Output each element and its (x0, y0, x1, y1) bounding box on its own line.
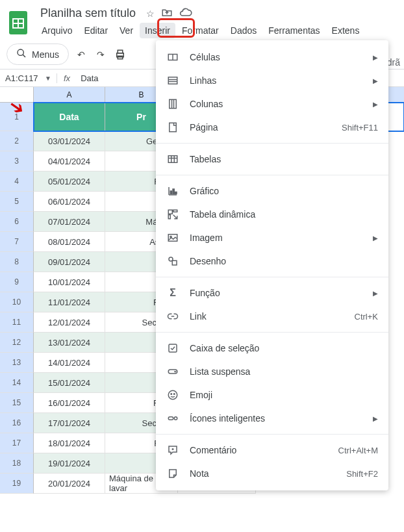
menu-inserir[interactable]: Inserir (140, 23, 175, 38)
cell[interactable]: 07/01/2024 (34, 212, 105, 232)
menu-item-checkbox[interactable]: Caixa de seleção (156, 336, 388, 360)
print-button[interactable] (113, 47, 127, 62)
cell[interactable]: 20/01/2024 (34, 474, 105, 494)
cell[interactable]: 18/01/2024 (34, 433, 105, 453)
menu-ferramentas[interactable]: Ferramentas (263, 23, 325, 38)
row-header[interactable]: 15 (0, 393, 34, 413)
redo-button[interactable]: ↷ (94, 47, 108, 62)
sheets-logo[interactable] (5, 10, 31, 36)
name-box[interactable]: A1:C117 ▼ (0, 73, 57, 83)
svg-rect-33 (172, 260, 177, 265)
menu-arquivo[interactable]: Arquivo (36, 23, 77, 38)
drawing-icon (166, 255, 179, 268)
page-icon (166, 121, 179, 134)
cell[interactable]: 05/01/2024 (34, 171, 105, 192)
menu-extens[interactable]: Extens (327, 23, 365, 38)
menu-item-cols[interactable]: Colunas▶ (156, 92, 388, 116)
row-header[interactable]: 2 (0, 131, 34, 151)
link-icon (166, 310, 179, 323)
row-header[interactable]: 3 (0, 151, 34, 171)
menu-editar[interactable]: Editar (79, 23, 113, 38)
menu-item-note[interactable]: NotaShift+F2 (156, 462, 388, 485)
table-header-cell[interactable]: Data (34, 103, 105, 131)
svg-rect-28 (173, 210, 177, 212)
cell[interactable]: 08/01/2024 (34, 232, 105, 252)
menu-item-label: Gráfico (190, 186, 378, 196)
menu-item-link[interactable]: LinkCtrl+K (156, 305, 388, 328)
cell[interactable]: 14/01/2024 (34, 353, 105, 373)
menu-dados[interactable]: Dados (225, 23, 262, 38)
menu-item-page[interactable]: PáginaShift+F11 (156, 116, 388, 139)
cell[interactable]: 09/01/2024 (34, 252, 105, 272)
name-box-value: A1:C117 (5, 73, 38, 83)
row-header[interactable]: 6 (0, 212, 34, 232)
col-header[interactable]: A (34, 87, 105, 103)
row-header[interactable]: 11 (0, 312, 34, 333)
menu-item-rows[interactable]: Linhas▶ (156, 69, 388, 92)
menu-item-emoji[interactable]: Emoji (156, 383, 388, 407)
cell[interactable]: 16/01/2024 (34, 393, 105, 413)
svg-rect-27 (168, 210, 172, 214)
row-header[interactable]: 9 (0, 272, 34, 292)
formula-value[interactable]: Data (77, 73, 102, 83)
function-icon: Σ (166, 286, 179, 299)
chevron-down-icon: ▼ (45, 75, 51, 82)
menu-formatar[interactable]: Formatar (177, 23, 224, 38)
menu-ver[interactable]: Ver (114, 23, 138, 38)
menu-item-comment[interactable]: ComentárioCtrl+Alt+M (156, 438, 388, 462)
svg-rect-14 (170, 99, 177, 108)
menu-item-cells[interactable]: Células▶ (156, 45, 388, 69)
move-icon[interactable] (161, 6, 173, 20)
cell[interactable]: 13/01/2024 (34, 333, 105, 353)
cell[interactable]: 15/01/2024 (34, 373, 105, 393)
menu-item-dropdown[interactable]: Lista suspensa (156, 360, 388, 383)
menu-item-label: Função (190, 288, 362, 298)
menu-divider (156, 277, 388, 277)
row-header[interactable]: 1 (0, 103, 34, 131)
menu-item-function[interactable]: ΣFunção▶ (156, 281, 388, 305)
svg-point-36 (168, 390, 177, 399)
submenu-arrow-icon: ▶ (373, 234, 378, 242)
menu-item-smartchip[interactable]: Ícones inteligentes▶ (156, 407, 388, 430)
menu-item-pivot[interactable]: Tabela dinâmica (156, 203, 388, 226)
undo-button[interactable]: ↶ (74, 47, 88, 62)
row-header[interactable]: 7 (0, 232, 34, 252)
cloud-icon[interactable] (179, 6, 192, 21)
cell[interactable]: 12/01/2024 (34, 312, 105, 333)
row-header[interactable]: 12 (0, 333, 34, 353)
cell[interactable]: 19/01/2024 (34, 453, 105, 474)
row-header[interactable]: 14 (0, 373, 34, 393)
row-header[interactable]: 18 (0, 453, 34, 474)
cell[interactable]: 03/01/2024 (34, 131, 105, 151)
row-header[interactable]: 5 (0, 192, 34, 212)
cell[interactable]: 04/01/2024 (34, 151, 105, 171)
document-title[interactable]: Planilha sem título (36, 5, 140, 21)
menu-item-label: Células (190, 52, 362, 62)
row-header[interactable]: 8 (0, 252, 34, 272)
menu-divider (156, 434, 388, 435)
svg-rect-17 (170, 123, 177, 132)
menu-item-chart[interactable]: Gráfico (156, 179, 388, 203)
cell[interactable]: 06/01/2024 (34, 192, 105, 212)
menu-item-drawing[interactable]: Desenho (156, 249, 388, 273)
menu-item-label: Caixa de seleção (190, 343, 378, 353)
row-header[interactable]: 13 (0, 353, 34, 373)
row-header[interactable]: 19 (0, 474, 34, 494)
svg-line-5 (23, 55, 25, 57)
menu-item-table[interactable]: Tabelas (156, 147, 388, 171)
cell[interactable]: 11/01/2024 (34, 292, 105, 312)
star-icon[interactable]: ☆ (146, 8, 155, 19)
select-all-corner[interactable] (0, 87, 34, 103)
cell[interactable]: 10/01/2024 (34, 272, 105, 292)
row-header[interactable]: 4 (0, 171, 34, 192)
row-header[interactable]: 10 (0, 292, 34, 312)
chart-icon (166, 184, 179, 197)
cell[interactable]: 17/01/2024 (34, 413, 105, 433)
row-header[interactable]: 17 (0, 433, 34, 453)
svg-rect-34 (169, 344, 177, 352)
checkbox-icon (166, 342, 179, 355)
row-header[interactable]: 16 (0, 413, 34, 433)
menu-search[interactable]: Menus (6, 44, 69, 65)
pivot-icon (166, 208, 179, 221)
menu-item-image[interactable]: Imagem▶ (156, 226, 388, 249)
